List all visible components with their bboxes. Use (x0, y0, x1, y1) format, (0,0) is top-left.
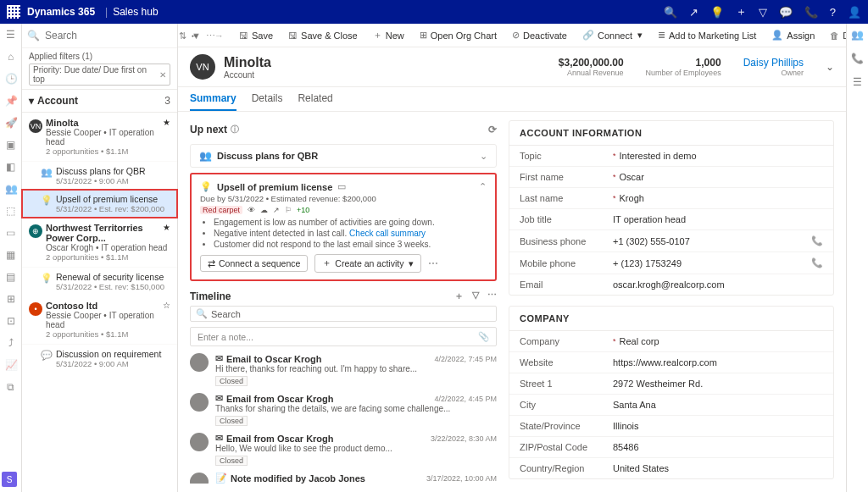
field-value[interactable]: 2972 Westheimer Rd. (613, 379, 823, 389)
chevron-down-icon[interactable]: ⌄ (826, 61, 834, 73)
field-value[interactable]: IT operation head (613, 214, 823, 224)
field-value[interactable]: Oscar (620, 172, 823, 182)
help-icon[interactable]: ? (830, 6, 836, 19)
note-input[interactable]: Enter a note... 📎 (190, 327, 497, 346)
stat-owner[interactable]: Daisy Phillips (743, 57, 804, 69)
account-item-northwest[interactable]: ⊕ ★ Northwest Territorries Power Corp...… (22, 218, 177, 268)
rail-clock-icon[interactable]: 🕒 (5, 73, 17, 85)
filter-icon[interactable]: ▼ (192, 30, 201, 41)
field-value[interactable]: Illinois (613, 421, 823, 431)
chat-icon[interactable]: 💬 (779, 6, 793, 19)
tab-related[interactable]: Related (298, 87, 332, 111)
rail-icon[interactable]: ▭ (5, 227, 17, 239)
account-item-minolta[interactable]: VN ★ Minolta Bessie Cooper • IT operatio… (22, 113, 177, 162)
footer-badge[interactable]: S (2, 472, 17, 487)
plus-icon[interactable]: ＋ (454, 290, 464, 302)
idea-icon[interactable]: 💡 (710, 6, 724, 19)
field-value[interactable]: Santa Ana (613, 400, 823, 410)
teams-icon[interactable]: 👥 (851, 29, 864, 41)
opp-item-renewal[interactable]: 💡 Renewal of security license 5/31/2022 … (22, 268, 177, 296)
rail-icon[interactable]: ⊡ (5, 315, 17, 327)
rail-rocket-icon[interactable]: 🚀 (5, 117, 17, 129)
attachment-icon[interactable]: 📎 (478, 331, 489, 342)
timeline-item[interactable]: ✉Email from Oscar Krogh Hello, We would … (190, 433, 497, 466)
call-icon[interactable]: 📞 (811, 257, 823, 268)
info-icon[interactable]: ⓘ (231, 124, 239, 135)
rail-icon[interactable]: ⊞ (5, 293, 17, 305)
chevron-down-icon[interactable]: ⌄ (480, 151, 487, 162)
star-icon[interactable]: ★ (163, 118, 170, 127)
field-value[interactable]: Krogh (620, 193, 823, 203)
account-item-contoso[interactable]: • ☆ Contoso ltd Bessie Cooper • IT opera… (22, 296, 177, 345)
plus-icon[interactable]: ＋ (736, 4, 747, 19)
rail-pin-icon[interactable]: 📌 (5, 95, 17, 107)
timeline-item[interactable]: ✉Email from Oscar Krogh Thanks for shari… (190, 393, 497, 426)
star-icon[interactable]: ★ (163, 223, 170, 232)
deactivate-button[interactable]: ⊘Deactivate (509, 28, 570, 42)
external-icon[interactable]: ↗ (689, 6, 698, 19)
rail-icon[interactable]: ⤴ (5, 337, 17, 349)
marketing-button[interactable]: ≣Add to Marketing List (654, 28, 760, 42)
field-value[interactable]: United States (613, 463, 823, 473)
filter-chip[interactable]: Priority: Due date/ Due first on top ✕ (29, 64, 170, 86)
connect-button[interactable]: 🔗Connect▾ (579, 28, 646, 42)
upnext-item[interactable]: 👥 Discuss plans for QBR ⌄ (190, 144, 497, 168)
save-close-button[interactable]: 🖫Save & Close (285, 29, 361, 42)
phone-icon[interactable]: 📞 (804, 6, 818, 19)
phone-icon[interactable]: 📞 (851, 53, 864, 64)
search-input[interactable] (43, 27, 174, 44)
app-launcher-icon[interactable] (7, 5, 20, 19)
create-activity-button[interactable]: ＋Create an activity▾ (314, 254, 421, 273)
timeline-item[interactable]: ✉Email to Oscar Krogh Hi there, thanks f… (190, 353, 497, 386)
avatar-icon[interactable]: 👤 (848, 6, 861, 19)
timeline-search[interactable]: 🔍 Search (190, 306, 497, 322)
chevron-up-icon[interactable]: ⌃ (479, 181, 487, 192)
field-value[interactable]: oscar.krogh@realcorp.com (613, 279, 823, 290)
field-value[interactable]: https://www.realcorp.com (613, 357, 823, 368)
group-header[interactable]: ▾ Account 3 (22, 89, 177, 113)
forward-button[interactable]: → (211, 29, 227, 42)
field-value[interactable]: Interested in demo (620, 151, 823, 161)
opp-item-upsell[interactable]: 💡 Upsell of premium license 5/31/2022 • … (22, 190, 177, 218)
rail-icon[interactable]: ◧ (5, 161, 17, 173)
search-icon[interactable]: 🔍 (664, 6, 677, 19)
rail-icon[interactable]: ▣ (5, 139, 17, 151)
edit-icon[interactable]: ▭ (337, 181, 346, 192)
rail-icon[interactable]: ⬚ (5, 205, 17, 217)
rail-home-icon[interactable]: ⌂ (5, 51, 17, 63)
org-chart-button[interactable]: ⊞Open Org Chart (416, 28, 500, 42)
refresh-icon[interactable]: ⟳ (488, 124, 497, 135)
field-label: Business phone (520, 236, 613, 246)
delete-button[interactable]: 🗑Delete (826, 29, 846, 42)
star-icon[interactable]: ☆ (163, 301, 170, 310)
more-icon[interactable]: ⋯ (487, 290, 497, 302)
sort-icon[interactable]: ⇅ (179, 30, 186, 41)
opp-item-discussion[interactable]: 💬 Discussion on requirement 5/31/2022 • … (22, 345, 177, 373)
rail-icon[interactable]: ⧉ (5, 381, 17, 393)
rail-contacts-icon[interactable]: 👥 (5, 183, 17, 195)
filter-icon[interactable]: ▽ (472, 290, 479, 302)
new-button[interactable]: ＋New (370, 27, 408, 43)
field-value[interactable]: + (123) 1753249 (613, 258, 811, 268)
check-summary-link[interactable]: Check call summary (349, 229, 426, 238)
close-icon[interactable]: ✕ (159, 70, 166, 80)
field-value[interactable]: Real corp (620, 336, 823, 346)
call-icon[interactable]: 📞 (811, 235, 823, 246)
connect-sequence-button[interactable]: ⇄Connect a sequence (200, 255, 308, 272)
field-value[interactable]: +1 (302) 555-0107 (613, 236, 811, 246)
opp-item-discuss-qbr[interactable]: 👥 Discuss plans for QBR 5/31/2022 • 9:00… (22, 162, 177, 190)
task-icon[interactable]: ☰ (853, 76, 862, 88)
rail-chart-icon[interactable]: 📈 (5, 359, 17, 371)
left-panel: 🔍 ⇅ ▼ ⋯ Applied filters (1) Priority: Du… (22, 24, 178, 492)
assign-button[interactable]: 👤Assign (768, 28, 818, 42)
rail-icon[interactable]: ▤ (5, 271, 17, 283)
timeline-item[interactable]: 📝Note modified by Jacob Jones Need to di… (190, 473, 497, 484)
filter-icon[interactable]: ▽ (759, 6, 767, 19)
more-icon[interactable]: ⋯ (428, 257, 438, 269)
save-button[interactable]: 🖫Save (236, 29, 276, 42)
tab-summary[interactable]: Summary (190, 87, 236, 111)
tab-details[interactable]: Details (252, 87, 283, 111)
rail-icon[interactable]: ▦ (5, 249, 17, 261)
field-value[interactable]: 85486 (613, 442, 823, 452)
rail-home-icon[interactable]: ☰ (5, 29, 17, 41)
